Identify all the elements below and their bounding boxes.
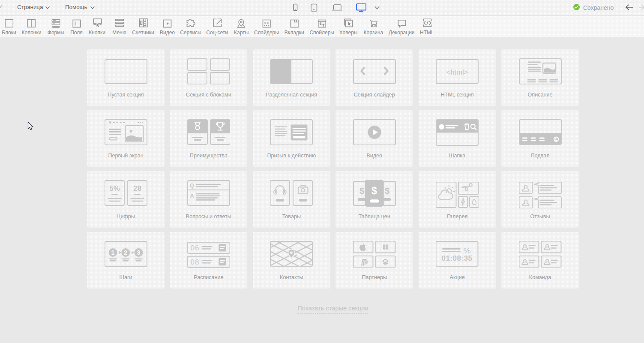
svg-text:3: 3 [137,249,140,256]
svg-text:A: A [190,193,194,199]
svg-text:$: $ [359,186,364,196]
svg-text:06: 06 [190,244,199,252]
svg-text:08: 08 [190,258,199,266]
svg-text:$: $ [385,186,389,196]
svg-text:5%: 5% [109,184,120,193]
svg-text:1: 1 [111,249,114,256]
svg-text:%: % [464,246,471,255]
svg-text:$: $ [371,185,377,196]
svg-text:<html>: <html> [446,68,468,76]
svg-text:01:08:35: 01:08:35 [442,254,473,262]
svg-text:28: 28 [133,184,141,193]
svg-text:2: 2 [124,249,127,256]
svg-text:Q: Q [190,183,194,189]
